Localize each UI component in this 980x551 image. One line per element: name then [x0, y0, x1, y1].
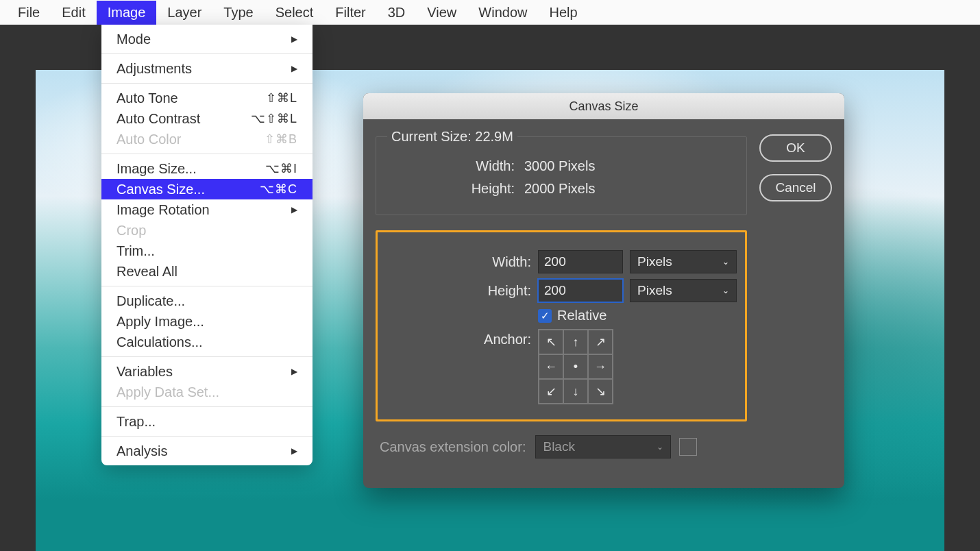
menu-item-label: Variables	[117, 364, 173, 380]
menu-item-label: Trap...	[117, 414, 156, 430]
menu-item-image-rotation[interactable]: Image Rotation	[101, 199, 313, 220]
menu-item-label: Trim...	[117, 243, 155, 259]
current-size-section: Current Size: 22.9M Width:3000 Pixels He…	[376, 129, 747, 215]
ok-button[interactable]: OK	[759, 134, 832, 162]
relative-label: Relative	[557, 308, 607, 323]
menu-item-label: Reveal All	[117, 264, 177, 280]
menu-item-label: Auto Tone	[117, 90, 178, 106]
menu-image[interactable]: Image	[97, 1, 157, 25]
height-input[interactable]	[538, 279, 623, 302]
current-height-value: 2000 Pixels	[524, 181, 595, 197]
anchor-grid: ↖ ↑ ↗ ← • → ↙ ↓ ↘	[538, 329, 613, 404]
current-width-value: 3000 Pixels	[524, 158, 595, 174]
new-width-label: Width:	[386, 254, 538, 270]
menu-view[interactable]: View	[416, 1, 467, 25]
separator	[101, 83, 313, 84]
menu-item-auto-contrast[interactable]: Auto Contrast⌥⇧⌘L	[101, 108, 313, 129]
separator	[101, 406, 313, 407]
menu-window[interactable]: Window	[467, 1, 538, 25]
menu-3d[interactable]: 3D	[377, 1, 417, 25]
shortcut: ⌥⌘C	[260, 182, 297, 197]
new-size-highlight: Width: Pixels⌄ Height: Pixels⌄ ✓ Relativ…	[376, 230, 747, 421]
anchor-nw[interactable]: ↖	[539, 330, 563, 354]
current-width-label: Width:	[387, 158, 524, 174]
menu-item-auto-tone[interactable]: Auto Tone⇧⌘L	[101, 88, 313, 108]
separator	[101, 53, 313, 54]
anchor-ne[interactable]: ↗	[588, 330, 613, 354]
menu-edit[interactable]: Edit	[51, 1, 96, 25]
shortcut: ⇧⌘B	[265, 132, 297, 147]
chevron-down-icon: ⌄	[722, 257, 729, 267]
menu-item-trap[interactable]: Trap...	[101, 411, 313, 432]
menu-filter[interactable]: Filter	[324, 1, 376, 25]
cancel-button[interactable]: Cancel	[759, 174, 832, 201]
dialog-title: Canvas Size	[363, 93, 844, 119]
separator	[101, 356, 313, 357]
menu-help[interactable]: Help	[538, 1, 588, 25]
menu-item-label: Canvas Size...	[117, 182, 205, 197]
menu-item-adjustments[interactable]: Adjustments	[101, 58, 313, 79]
menu-item-label: Auto Color	[117, 132, 182, 147]
anchor-e[interactable]: →	[588, 354, 613, 379]
separator	[101, 154, 313, 154]
menu-layer[interactable]: Layer	[156, 1, 212, 25]
select-value: Pixels	[637, 254, 672, 269]
extension-color-swatch[interactable]	[679, 438, 697, 456]
select-value: Pixels	[637, 283, 672, 298]
height-unit-select[interactable]: Pixels⌄	[630, 279, 737, 302]
new-height-label: Height:	[386, 283, 538, 299]
menu-item-label: Apply Data Set...	[117, 384, 219, 400]
menu-item-label: Image Size...	[117, 161, 197, 177]
canvas-size-dialog: Canvas Size Current Size: 22.9M Width:30…	[363, 93, 844, 488]
menu-select[interactable]: Select	[265, 1, 325, 25]
menu-item-apply-image[interactable]: Apply Image...	[101, 311, 313, 332]
menu-item-label: Duplicate...	[117, 293, 185, 309]
separator	[101, 286, 313, 286]
menu-item-label: Apply Image...	[117, 314, 204, 330]
menu-item-mode[interactable]: Mode	[101, 29, 313, 49]
menu-item-image-size[interactable]: Image Size...⌥⌘I	[101, 158, 313, 179]
menu-item-label: Mode	[117, 32, 151, 47]
menu-item-label: Calculations...	[117, 334, 203, 350]
current-height-label: Height:	[387, 181, 524, 197]
menu-item-duplicate[interactable]: Duplicate...	[101, 291, 313, 311]
menu-item-reveal-all[interactable]: Reveal All	[101, 261, 313, 282]
menu-item-canvas-size[interactable]: Canvas Size...⌥⌘C	[101, 179, 313, 199]
menu-item-auto-color: Auto Color⇧⌘B	[101, 129, 313, 149]
menu-item-crop: Crop	[101, 220, 313, 241]
anchor-center[interactable]: •	[563, 354, 588, 379]
image-menu-dropdown: Mode Adjustments Auto Tone⇧⌘L Auto Contr…	[101, 25, 313, 465]
anchor-sw[interactable]: ↙	[539, 379, 563, 404]
menu-item-calculations[interactable]: Calculations...	[101, 332, 313, 352]
shortcut: ⌥⇧⌘L	[251, 111, 297, 126]
menu-type[interactable]: Type	[212, 1, 264, 25]
menu-item-variables[interactable]: Variables	[101, 361, 313, 382]
current-size-label: Current Size: 22.9M	[387, 129, 517, 145]
shortcut: ⇧⌘L	[266, 90, 297, 106]
extension-color-label: Canvas extension color:	[380, 439, 526, 455]
menu-item-label: Crop	[117, 223, 146, 238]
menu-item-apply-data-set: Apply Data Set...	[101, 382, 313, 402]
anchor-n[interactable]: ↑	[563, 330, 588, 354]
anchor-s[interactable]: ↓	[563, 379, 588, 404]
shortcut: ⌥⌘I	[265, 161, 297, 176]
menu-item-label: Analysis	[117, 443, 167, 459]
anchor-label: Anchor:	[386, 329, 538, 347]
extension-color-select[interactable]: Black⌄	[535, 435, 671, 458]
select-value: Black	[543, 439, 574, 454]
menu-item-trim[interactable]: Trim...	[101, 241, 313, 261]
anchor-w[interactable]: ←	[539, 354, 563, 379]
chevron-down-icon: ⌄	[657, 442, 663, 452]
menu-item-label: Adjustments	[117, 61, 192, 77]
width-unit-select[interactable]: Pixels⌄	[630, 250, 737, 273]
relative-checkbox[interactable]: ✓	[538, 309, 552, 323]
menu-item-analysis[interactable]: Analysis	[101, 441, 313, 461]
width-input[interactable]	[538, 250, 623, 273]
anchor-se[interactable]: ↘	[588, 379, 613, 404]
menu-file[interactable]: File	[7, 1, 51, 25]
separator	[101, 436, 313, 437]
menu-item-label: Image Rotation	[117, 202, 210, 218]
menubar: File Edit Image Layer Type Select Filter…	[0, 0, 980, 25]
chevron-down-icon: ⌄	[722, 286, 729, 295]
menu-item-label: Auto Contrast	[117, 111, 200, 127]
